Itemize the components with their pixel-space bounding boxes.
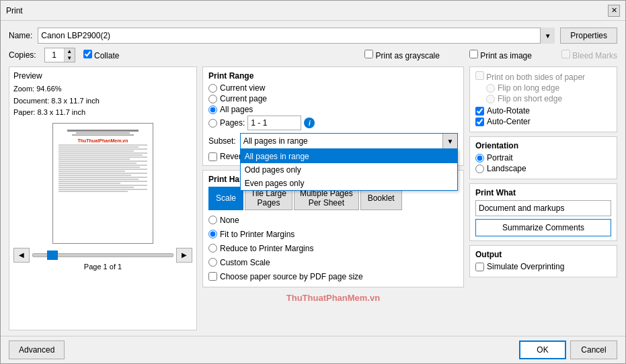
next-page-button[interactable]: ▶ — [176, 248, 192, 263]
pages-label: Pages: — [220, 118, 245, 128]
grayscale-checkbox[interactable] — [364, 50, 373, 58]
printer-row: Name: Canon LBP2900(2) ▼ Properties — [9, 28, 617, 44]
flip-short-row: Flip on short edge — [486, 94, 611, 103]
reduce-row: Reduce to Printer Margins — [208, 244, 458, 253]
page-label: Page 1 of 1 — [13, 263, 192, 271]
nav-row: ◀ ▶ — [13, 248, 192, 263]
prev-page-button[interactable]: ◀ — [13, 248, 30, 263]
simulate-checkbox[interactable] — [475, 263, 484, 271]
copies-spin-buttons: ▲ ▼ — [64, 48, 75, 62]
subset-select-display[interactable]: All pages in range ▼ — [240, 133, 458, 149]
copies-decrement-button[interactable]: ▼ — [65, 55, 75, 62]
dialog-title: Print — [6, 6, 23, 15]
preview-label: Preview — [13, 71, 192, 81]
flip-long-radio[interactable] — [486, 84, 495, 93]
subset-option-odd[interactable]: Odd pages only — [241, 163, 457, 177]
auto-rotate-checkbox[interactable] — [475, 107, 484, 116]
zoom-row: Zoom: 94.66% — [13, 83, 192, 95]
duplex-checkbox[interactable] — [475, 71, 484, 80]
printer-select-wrapper: Canon LBP2900(2) ▼ — [38, 28, 555, 44]
subset-dropdown: All pages in range Odd pages only Even p… — [240, 149, 458, 191]
fit-radio[interactable] — [208, 230, 217, 238]
flip-options: Flip on long edge Flip on short edge — [475, 83, 611, 103]
none-row: None — [208, 216, 458, 225]
portrait-label: Portrait — [487, 153, 513, 163]
copies-increment-button[interactable]: ▲ — [65, 48, 75, 55]
current-page-row: Current page — [208, 94, 458, 103]
print-what-title: Print What — [475, 188, 611, 197]
bottom-right: OK Cancel — [519, 340, 617, 359]
close-button[interactable]: ✕ — [608, 5, 620, 17]
current-view-radio[interactable] — [208, 84, 217, 93]
collate-checkbox[interactable] — [83, 50, 92, 58]
reduce-label: Reduce to Printer Margins — [220, 244, 313, 253]
preview-info: Zoom: 94.66% Document: 8.3 x 11.7 inch P… — [13, 83, 192, 119]
current-page-radio[interactable] — [208, 95, 217, 103]
dialog-content: Name: Canon LBP2900(2) ▼ Properties Copi… — [1, 21, 625, 336]
duplex-section: Print on both sides of paper Flip on lon… — [469, 66, 617, 132]
subset-option-even[interactable]: Even pages only — [241, 177, 457, 190]
subset-label: Subset: — [208, 136, 236, 146]
bleed-checkbox[interactable] — [561, 50, 570, 58]
custom-label: Custom Scale — [220, 258, 270, 267]
simulate-row: Simulate Overprinting — [475, 262, 611, 271]
flip-long-row: Flip on long edge — [486, 83, 611, 93]
all-pages-radio[interactable] — [208, 105, 217, 114]
copies-input[interactable]: 1 — [45, 48, 64, 62]
print-range-group: Print Range Current view Current page Al… — [202, 66, 464, 166]
none-radio[interactable] — [208, 216, 217, 224]
image-checkbox[interactable] — [469, 50, 478, 58]
subset-dropdown-arrow-icon: ▼ — [442, 134, 457, 148]
scale-options: None Fit to Printer Margins Reduce to Pr… — [208, 214, 458, 283]
tab-scale-button[interactable]: Scale — [208, 187, 243, 210]
pages-info-icon: i — [304, 118, 315, 128]
summarize-comments-button[interactable]: Summarize Comments — [475, 219, 611, 236]
auto-center-checkbox[interactable] — [475, 118, 484, 126]
subset-option-all[interactable]: All pages in range — [241, 150, 457, 163]
custom-radio[interactable] — [208, 258, 217, 267]
main-area: Preview Zoom: 94.66% Document: 8.3 x 11.… — [9, 66, 617, 330]
print-range-title: Print Range — [208, 71, 458, 81]
reverse-checkbox[interactable] — [208, 152, 217, 161]
output-section: Output Simulate Overprinting — [469, 245, 617, 277]
right-panel: Print on both sides of paper Flip on lon… — [469, 66, 617, 330]
printer-select[interactable]: Canon LBP2900(2) — [38, 28, 555, 44]
advanced-button[interactable]: Advanced — [9, 340, 65, 359]
paper-row: Paper: 8.3 x 11.7 inch — [13, 107, 192, 119]
properties-button[interactable]: Properties — [560, 28, 617, 44]
print-dialog: Print ✕ Name: Canon LBP2900(2) ▼ Propert… — [0, 0, 626, 364]
image-label: Print as image — [469, 50, 532, 60]
output-title: Output — [475, 250, 611, 259]
pages-radio[interactable] — [208, 119, 217, 128]
landscape-label: Landscape — [487, 164, 526, 173]
choose-paper-checkbox[interactable] — [208, 272, 217, 281]
print-what-select-wrapper: Document and markups Document Form field… — [475, 200, 611, 216]
landscape-radio[interactable] — [475, 165, 484, 173]
current-view-label: Current view — [220, 83, 265, 93]
cancel-button[interactable]: Cancel — [570, 340, 617, 359]
subset-current-value: All pages in range — [241, 136, 442, 146]
all-pages-label: All pages — [220, 105, 253, 114]
choose-paper-row: Choose paper source by PDF page size — [208, 272, 458, 281]
print-what-section: Print What Document and markups Document… — [469, 183, 617, 241]
reduce-radio[interactable] — [208, 244, 217, 253]
print-what-select[interactable]: Document and markups Document Form field… — [475, 200, 611, 216]
all-pages-row: All pages — [208, 105, 458, 114]
watermark-text: ThuThuatPhanMem.vn — [202, 291, 464, 304]
page-slider-track — [32, 253, 173, 257]
collate-label: Collate — [83, 50, 120, 60]
title-bar: Print ✕ — [1, 1, 625, 21]
name-label: Name: — [9, 31, 32, 40]
portrait-radio[interactable] — [475, 154, 484, 163]
landscape-row: Landscape — [475, 164, 611, 173]
auto-rotate-label: Auto-Rotate — [487, 106, 530, 116]
fit-label: Fit to Printer Margins — [220, 230, 295, 239]
fit-row: Fit to Printer Margins — [208, 230, 458, 239]
auto-center-label: Auto-Center — [487, 117, 531, 126]
bleed-label: Bleed Marks — [561, 50, 617, 60]
auto-rotate-row: Auto-Rotate — [475, 106, 611, 116]
pages-input[interactable]: 1 - 1 — [247, 116, 301, 130]
flip-short-radio[interactable] — [486, 95, 495, 103]
current-page-label: Current page — [220, 94, 267, 103]
ok-button[interactable]: OK — [519, 340, 566, 359]
